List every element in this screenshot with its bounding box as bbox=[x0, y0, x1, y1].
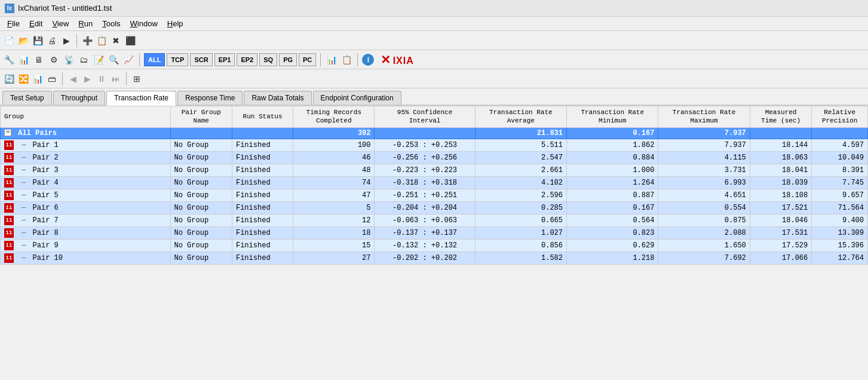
pair-relative-precision: 13.309 bbox=[812, 226, 868, 239]
filter-all[interactable]: ALL bbox=[144, 53, 165, 66]
view-btn2[interactable]: 🔀 bbox=[17, 72, 30, 85]
view-btn8[interactable]: ⏭ bbox=[109, 72, 122, 85]
open-button[interactable]: 📂 bbox=[17, 34, 30, 47]
pair-tr-average: 2.547 bbox=[475, 151, 566, 164]
menu-bar: File Edit View Run Tools Window Help bbox=[0, 17, 868, 31]
pair-name: Pair 6 bbox=[33, 204, 59, 212]
view-btn1[interactable]: 🔄 bbox=[2, 72, 16, 85]
tb2-btn2[interactable]: 📊 bbox=[17, 53, 30, 66]
toolbar-main: 📄 📂 💾 🖨 ▶ ➕ 📋 ✖ ⬛ bbox=[0, 31, 868, 50]
table-row: 11 — Pair 9 No Group Finished 15 -0.132 … bbox=[1, 239, 868, 252]
menu-tools[interactable]: Tools bbox=[97, 18, 125, 29]
pair-dash: — bbox=[22, 141, 26, 149]
tb2-btn4[interactable]: ⚙ bbox=[47, 53, 60, 66]
pair-tr-maximum: 7.937 bbox=[658, 139, 750, 151]
pair-measured-time: 18.039 bbox=[750, 176, 811, 189]
view-btn3[interactable]: 📊 bbox=[31, 72, 44, 85]
pair-tr-minimum: 1.000 bbox=[567, 164, 658, 176]
all-pairs-min: 0.167 bbox=[567, 127, 658, 139]
menu-edit[interactable]: Edit bbox=[24, 18, 47, 29]
pair-name: Pair 3 bbox=[33, 166, 59, 174]
tab-response-time[interactable]: Response Time bbox=[177, 91, 243, 105]
pair-run-status: Finished bbox=[232, 176, 293, 189]
pair-run-status: Finished bbox=[232, 214, 293, 226]
filter-scr[interactable]: SCR bbox=[190, 53, 212, 66]
filter-sq[interactable]: SQ bbox=[259, 53, 277, 66]
all-pairs-confidence bbox=[375, 127, 475, 139]
copy-button[interactable]: 📋 bbox=[95, 34, 108, 47]
pair-timing-records: 74 bbox=[293, 176, 375, 189]
tab-test-setup[interactable]: Test Setup bbox=[2, 91, 52, 105]
tab-raw-data-totals[interactable]: Raw Data Totals bbox=[244, 91, 311, 105]
pair-dash: — bbox=[22, 191, 26, 200]
tab-endpoint-config[interactable]: Endpoint Configuration bbox=[313, 91, 401, 105]
all-pairs-rel bbox=[812, 127, 868, 139]
tb2-btn9[interactable]: 📈 bbox=[122, 53, 135, 66]
menu-run[interactable]: Run bbox=[73, 18, 97, 29]
pair-relative-precision: 7.745 bbox=[812, 176, 868, 189]
chart-btn1[interactable]: 📊 bbox=[325, 53, 338, 66]
all-pairs-max: 7.937 bbox=[658, 127, 750, 139]
filter-pc[interactable]: PC bbox=[299, 53, 316, 66]
menu-window[interactable]: Window bbox=[125, 18, 162, 29]
pair-group-cell: 11 — Pair 9 bbox=[1, 239, 171, 252]
table-row: 11 — Pair 8 No Group Finished 18 -0.137 … bbox=[1, 226, 868, 239]
pair-tr-maximum: 0.554 bbox=[658, 201, 750, 214]
tb2-btn3[interactable]: 🖥 bbox=[32, 53, 45, 66]
pair-run-status: Finished bbox=[232, 239, 293, 252]
new-button[interactable]: 📄 bbox=[2, 34, 16, 47]
menu-help[interactable]: Help bbox=[162, 18, 188, 29]
tb2-btn6[interactable]: 🗂 bbox=[77, 53, 90, 66]
view-btn5[interactable]: ◀ bbox=[66, 72, 79, 85]
collapse-button[interactable]: − bbox=[4, 129, 11, 136]
pair-relative-precision: 9.400 bbox=[812, 214, 868, 226]
pair-timing-records: 5 bbox=[293, 201, 375, 214]
delete-button[interactable]: ✖ bbox=[109, 34, 122, 47]
filter-pg[interactable]: PG bbox=[279, 53, 297, 66]
pair-relative-precision: 12.764 bbox=[812, 252, 868, 264]
tab-throughput[interactable]: Throughput bbox=[53, 91, 105, 105]
pair-tr-average: 1.582 bbox=[475, 252, 566, 264]
pair-group-cell: 11 — Pair 2 bbox=[1, 151, 171, 164]
pair-confidence-interval: -0.223 : +0.223 bbox=[375, 164, 475, 176]
pair-icon: 11 bbox=[4, 153, 14, 163]
toolbar-view: 🔄 🔀 📊 🗃 ◀ ▶ ⏸ ⏭ ⊞ bbox=[0, 69, 868, 88]
pair-name: Pair 5 bbox=[33, 191, 59, 200]
run-button[interactable]: ▶ bbox=[60, 34, 73, 47]
view-btn6[interactable]: ▶ bbox=[81, 72, 94, 85]
pair-timing-records: 47 bbox=[293, 189, 375, 201]
pair-group-cell: 11 — Pair 4 bbox=[1, 176, 171, 189]
menu-file[interactable]: File bbox=[2, 18, 24, 29]
pair-measured-time: 17.066 bbox=[750, 252, 811, 264]
tb2-btn1[interactable]: 🔧 bbox=[2, 53, 16, 66]
stop-button[interactable]: ⬛ bbox=[124, 34, 137, 47]
pair-group-name: No Group bbox=[170, 252, 232, 264]
pair-timing-records: 12 bbox=[293, 214, 375, 226]
menu-view[interactable]: View bbox=[47, 18, 73, 29]
pair-icon: 11 bbox=[4, 178, 14, 188]
chart-btn2[interactable]: 📋 bbox=[340, 53, 353, 66]
filter-ep2[interactable]: EP2 bbox=[237, 53, 257, 66]
filter-tcp[interactable]: TCP bbox=[167, 53, 188, 66]
tb2-btn8[interactable]: 🔍 bbox=[107, 53, 120, 66]
view-btn4[interactable]: 🗃 bbox=[45, 72, 59, 85]
filter-ep1[interactable]: EP1 bbox=[214, 53, 235, 66]
info-icon[interactable]: i bbox=[362, 54, 374, 66]
print-button[interactable]: 🖨 bbox=[45, 34, 59, 47]
pair-measured-time: 18.041 bbox=[750, 164, 811, 176]
view-btn9[interactable]: ⊞ bbox=[130, 72, 143, 85]
view-btn7[interactable]: ⏸ bbox=[95, 72, 108, 85]
pair-group-cell: 11 — Pair 1 bbox=[1, 139, 171, 151]
tb2-btn5[interactable]: 📡 bbox=[62, 53, 75, 66]
tab-transaction-rate[interactable]: Transaction Rate bbox=[106, 91, 176, 106]
toolbar-secondary: 🔧 📊 🖥 ⚙ 📡 🗂 📝 🔍 📈 ALL TCP SCR EP1 EP2 SQ… bbox=[0, 50, 868, 69]
pair-tr-minimum: 1.862 bbox=[567, 139, 658, 151]
pair-run-status: Finished bbox=[232, 164, 293, 176]
tab-bar: Test Setup Throughput Transaction Rate R… bbox=[0, 88, 868, 106]
save-button[interactable]: 💾 bbox=[31, 34, 44, 47]
pair-confidence-interval: -0.256 : +0.256 bbox=[375, 151, 475, 164]
pair-tr-minimum: 0.564 bbox=[567, 214, 658, 226]
ixia-logo-area: ✕ IXIA bbox=[381, 53, 413, 67]
tb2-btn7[interactable]: 📝 bbox=[92, 53, 105, 66]
add-pair-button[interactable]: ➕ bbox=[81, 34, 94, 47]
